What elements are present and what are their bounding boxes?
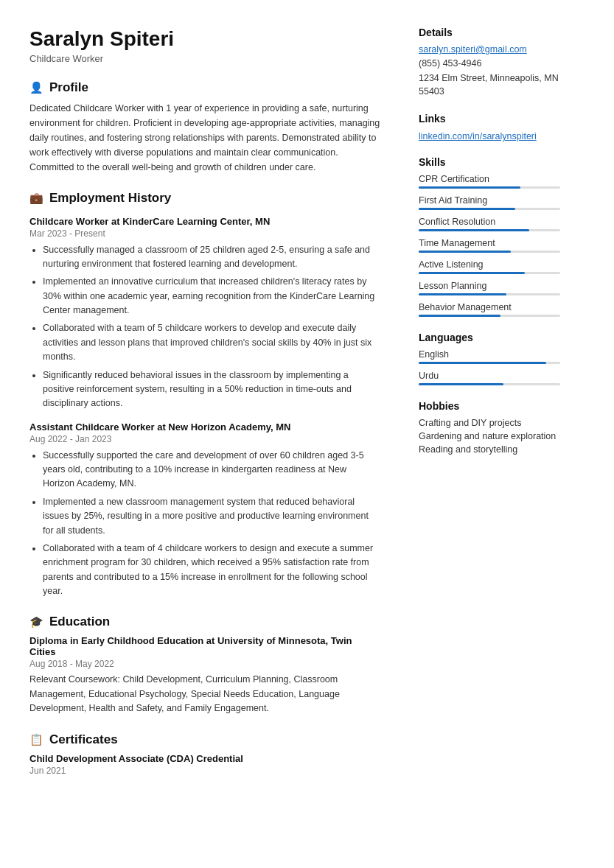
employment-section: 💼 Employment History Childcare Worker at… [29, 191, 380, 599]
skills-container: CPR CertificationFirst Aid TrainingConfl… [419, 174, 560, 317]
languages-section: Languages EnglishUrdu [419, 332, 560, 385]
skill-bar-fill-0 [419, 186, 520, 189]
job-bullet-0-2: Collaborated with a team of 5 childcare … [43, 321, 380, 364]
skill-item-6: Behavior Management [419, 302, 560, 317]
jobs-container: Childcare Worker at KinderCare Learning … [29, 216, 380, 599]
job-title-0: Childcare Worker at KinderCare Learning … [29, 216, 380, 227]
profile-text: Dedicated Childcare Worker with 1 year o… [29, 101, 380, 175]
skill-item-1: First Aid Training [419, 195, 560, 210]
profile-heading: 👤 Profile [29, 80, 380, 95]
skill-bar-bg-4 [419, 272, 560, 274]
skill-item-3: Time Management [419, 238, 560, 253]
certificates-section: 📋 Certificates Child Development Associa… [29, 732, 380, 776]
skills-heading: Skills [419, 156, 560, 168]
edu-container: Diploma in Early Childhood Education at … [29, 635, 380, 715]
skill-name-4: Active Listening [419, 259, 560, 270]
employment-heading-label: Employment History [49, 191, 171, 206]
skill-name-5: Lesson Planning [419, 281, 560, 291]
lang-bar-bg-0 [419, 362, 560, 364]
address: 1234 Elm Street, Minneapolis, MN 55403 [419, 72, 560, 98]
lang-item-0: English [419, 349, 560, 364]
skill-item-5: Lesson Planning [419, 281, 560, 295]
education-heading: 🎓 Education [29, 615, 380, 629]
hobby-item-2: Reading and storytelling [419, 444, 560, 455]
certificates-heading: 📋 Certificates [29, 732, 380, 747]
employment-heading: 💼 Employment History [29, 191, 380, 206]
job-1: Assistant Childcare Worker at New Horizo… [29, 421, 380, 599]
education-heading-label: Education [49, 615, 110, 629]
cert-title-0: Child Development Associate (CDA) Creden… [29, 753, 380, 764]
skill-bar-bg-3 [419, 251, 560, 253]
links-heading: Links [419, 113, 560, 125]
lang-name-0: English [419, 349, 560, 360]
details-section: Details saralyn.spiteri@gmail.com (855) … [419, 27, 560, 98]
skills-section: Skills CPR CertificationFirst Aid Traini… [419, 156, 560, 317]
education-section: 🎓 Education Diploma in Early Childhood E… [29, 615, 380, 715]
job-dates-1: Aug 2022 - Jan 2023 [29, 434, 380, 444]
header: Saralyn Spiteri Childcare Worker [29, 27, 380, 64]
job-dates-0: Mar 2023 - Present [29, 228, 380, 239]
email-link[interactable]: saralyn.spiteri@gmail.com [419, 44, 560, 55]
skill-bar-fill-2 [419, 229, 529, 231]
profile-icon: 👤 [29, 81, 43, 94]
lang-name-1: Urdu [419, 371, 560, 381]
skill-item-0: CPR Certification [419, 174, 560, 189]
right-column: Details saralyn.spiteri@gmail.com (855) … [404, 0, 581, 868]
skill-name-0: CPR Certification [419, 174, 560, 184]
hobbies-section: Hobbies Crafting and DIY projectsGardeni… [419, 400, 560, 455]
phone-number: (855) 453-4946 [419, 58, 560, 69]
job-bullet-1-2: Collaborated with a team of 4 childcare … [43, 542, 380, 599]
skill-bar-fill-5 [419, 293, 506, 295]
skill-bar-bg-2 [419, 229, 560, 231]
job-bullets-1: Successfully supported the care and deve… [29, 449, 380, 599]
lang-item-1: Urdu [419, 371, 560, 385]
edu-text-0: Relevant Coursework: Child Development, … [29, 673, 380, 715]
edu-entry-0: Diploma in Early Childhood Education at … [29, 635, 380, 715]
employment-icon: 💼 [29, 192, 43, 205]
job-bullets-0: Successfully managed a classroom of 25 c… [29, 243, 380, 411]
skill-name-3: Time Management [419, 238, 560, 248]
lang-bar-fill-1 [419, 383, 503, 385]
skill-bar-bg-6 [419, 315, 560, 317]
skill-name-1: First Aid Training [419, 195, 560, 206]
cert-date-0: Jun 2021 [29, 766, 380, 776]
skill-bar-fill-6 [419, 315, 500, 317]
cert-container: Child Development Associate (CDA) Creden… [29, 753, 380, 776]
skill-name-6: Behavior Management [419, 302, 560, 312]
left-column: Saralyn Spiteri Childcare Worker 👤 Profi… [0, 0, 404, 868]
skill-bar-fill-1 [419, 208, 515, 210]
job-bullet-0-3: Significantly reduced behavioral issues … [43, 368, 380, 411]
skill-bar-bg-5 [419, 293, 560, 295]
linkedin-link[interactable]: linkedin.com/in/saralynspiteri [419, 131, 537, 141]
skill-item-2: Conflict Resolution [419, 217, 560, 231]
resume-container: Saralyn Spiteri Childcare Worker 👤 Profi… [0, 0, 614, 868]
profile-section: 👤 Profile Dedicated Childcare Worker wit… [29, 80, 380, 175]
job-bullet-1-1: Implemented a new classroom management s… [43, 495, 380, 538]
skill-bar-bg-1 [419, 208, 560, 210]
edu-dates-0: Aug 2018 - May 2022 [29, 659, 380, 669]
skill-bar-fill-3 [419, 251, 511, 253]
hobbies-container: Crafting and DIY projectsGardening and n… [419, 418, 560, 455]
skill-item-4: Active Listening [419, 259, 560, 274]
skill-bar-bg-0 [419, 186, 560, 189]
profile-heading-label: Profile [49, 80, 88, 95]
details-heading: Details [419, 27, 560, 38]
education-icon: 🎓 [29, 615, 43, 629]
lang-bar-fill-0 [419, 362, 546, 364]
edu-title-0: Diploma in Early Childhood Education at … [29, 635, 380, 657]
hobby-item-1: Gardening and nature exploration [419, 431, 560, 441]
hobbies-heading: Hobbies [419, 400, 560, 412]
cert-entry-0: Child Development Associate (CDA) Creden… [29, 753, 380, 776]
skill-name-2: Conflict Resolution [419, 217, 560, 227]
job-bullet-0-1: Implemented an innovative curriculum tha… [43, 275, 380, 318]
candidate-name: Saralyn Spiteri [29, 27, 380, 52]
skill-bar-fill-4 [419, 272, 525, 274]
languages-heading: Languages [419, 332, 560, 343]
lang-bar-bg-1 [419, 383, 560, 385]
certificates-heading-label: Certificates [49, 732, 118, 747]
certificates-icon: 📋 [29, 733, 43, 746]
candidate-title: Childcare Worker [29, 53, 380, 64]
job-title-1: Assistant Childcare Worker at New Horizo… [29, 421, 380, 433]
job-0: Childcare Worker at KinderCare Learning … [29, 216, 380, 411]
languages-container: EnglishUrdu [419, 349, 560, 385]
